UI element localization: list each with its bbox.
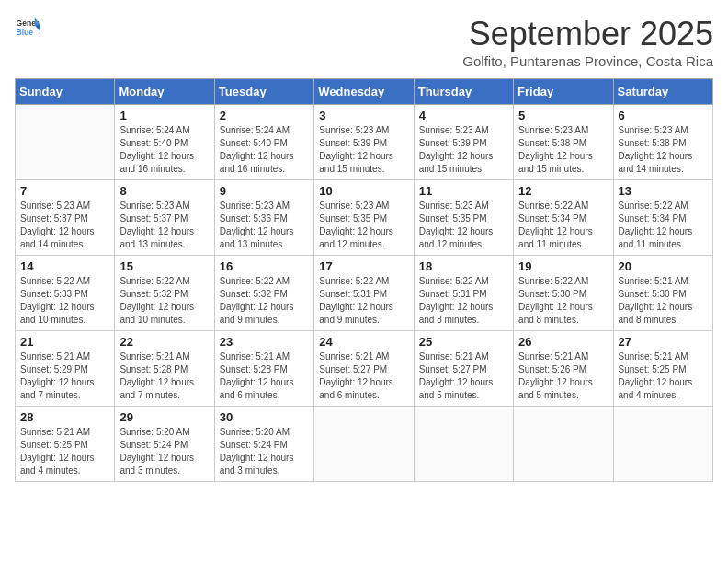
logo-icon: General Blue — [15, 15, 40, 40]
day-info: Sunrise: 5:23 AM Sunset: 5:39 PM Dayligh… — [319, 124, 408, 176]
calendar-cell: 2Sunrise: 5:24 AM Sunset: 5:40 PM Daylig… — [214, 105, 313, 180]
day-info: Sunrise: 5:21 AM Sunset: 5:28 PM Dayligh… — [119, 350, 209, 402]
calendar-week-4: 21Sunrise: 5:21 AM Sunset: 5:29 PM Dayli… — [16, 331, 713, 407]
day-number: 19 — [518, 259, 608, 273]
day-number: 24 — [319, 335, 408, 349]
calendar-cell: 26Sunrise: 5:21 AM Sunset: 5:26 PM Dayli… — [514, 331, 613, 407]
day-number: 11 — [419, 184, 508, 198]
calendar-table: SundayMondayTuesdayWednesdayThursdayFrid… — [15, 78, 713, 482]
page-header: General Blue September 2025 Golfito, Pun… — [15, 15, 713, 69]
calendar-cell: 5Sunrise: 5:23 AM Sunset: 5:38 PM Daylig… — [514, 105, 613, 180]
day-number: 8 — [119, 184, 209, 198]
day-info: Sunrise: 5:23 AM Sunset: 5:36 PM Dayligh… — [220, 200, 309, 251]
calendar-cell: 6Sunrise: 5:23 AM Sunset: 5:38 PM Daylig… — [613, 105, 712, 180]
calendar-cell — [514, 407, 613, 482]
day-info: Sunrise: 5:21 AM Sunset: 5:25 PM Dayligh… — [20, 426, 109, 477]
calendar-cell: 29Sunrise: 5:20 AM Sunset: 5:24 PM Dayli… — [115, 407, 214, 482]
day-number: 30 — [220, 410, 309, 424]
calendar-header-row: SundayMondayTuesdayWednesdayThursdayFrid… — [16, 79, 713, 105]
day-number: 26 — [518, 335, 608, 349]
calendar-cell: 30Sunrise: 5:20 AM Sunset: 5:24 PM Dayli… — [214, 407, 313, 482]
header-wednesday: Wednesday — [314, 79, 414, 105]
calendar-cell: 25Sunrise: 5:21 AM Sunset: 5:27 PM Dayli… — [414, 331, 513, 407]
day-info: Sunrise: 5:21 AM Sunset: 5:28 PM Dayligh… — [220, 350, 309, 402]
calendar-cell: 12Sunrise: 5:22 AM Sunset: 5:34 PM Dayli… — [514, 180, 613, 256]
logo: General Blue — [15, 15, 40, 40]
day-number: 5 — [518, 109, 608, 122]
title-area: September 2025 Golfito, Puntarenas Provi… — [462, 15, 713, 69]
header-saturday: Saturday — [613, 79, 712, 105]
day-info: Sunrise: 5:22 AM Sunset: 5:31 PM Dayligh… — [419, 275, 508, 327]
day-info: Sunrise: 5:24 AM Sunset: 5:40 PM Dayligh… — [119, 124, 209, 176]
subtitle: Golfito, Puntarenas Province, Costa Rica — [462, 53, 713, 69]
calendar-week-3: 14Sunrise: 5:22 AM Sunset: 5:33 PM Dayli… — [16, 256, 713, 331]
day-number: 18 — [419, 259, 508, 273]
day-info: Sunrise: 5:21 AM Sunset: 5:27 PM Dayligh… — [419, 350, 508, 402]
day-number: 14 — [20, 259, 109, 273]
day-number: 22 — [119, 335, 209, 349]
day-number: 10 — [319, 184, 408, 198]
calendar-cell: 21Sunrise: 5:21 AM Sunset: 5:29 PM Dayli… — [16, 331, 115, 407]
day-info: Sunrise: 5:23 AM Sunset: 5:39 PM Dayligh… — [419, 124, 508, 176]
calendar-cell: 14Sunrise: 5:22 AM Sunset: 5:33 PM Dayli… — [16, 256, 115, 331]
calendar-cell: 11Sunrise: 5:23 AM Sunset: 5:35 PM Dayli… — [414, 180, 513, 256]
calendar-cell: 20Sunrise: 5:21 AM Sunset: 5:30 PM Dayli… — [613, 256, 712, 331]
day-info: Sunrise: 5:23 AM Sunset: 5:37 PM Dayligh… — [119, 200, 209, 251]
day-info: Sunrise: 5:23 AM Sunset: 5:37 PM Dayligh… — [20, 200, 109, 251]
day-info: Sunrise: 5:23 AM Sunset: 5:35 PM Dayligh… — [419, 200, 508, 251]
day-info: Sunrise: 5:21 AM Sunset: 5:26 PM Dayligh… — [518, 350, 608, 402]
header-monday: Monday — [115, 79, 214, 105]
calendar-cell: 13Sunrise: 5:22 AM Sunset: 5:34 PM Dayli… — [613, 180, 712, 256]
header-sunday: Sunday — [16, 79, 115, 105]
calendar-cell: 18Sunrise: 5:22 AM Sunset: 5:31 PM Dayli… — [414, 256, 513, 331]
day-info: Sunrise: 5:21 AM Sunset: 5:29 PM Dayligh… — [20, 350, 109, 402]
day-number: 13 — [619, 184, 708, 198]
day-number: 3 — [319, 109, 408, 122]
calendar-cell: 4Sunrise: 5:23 AM Sunset: 5:39 PM Daylig… — [414, 105, 513, 180]
calendar-week-1: 1Sunrise: 5:24 AM Sunset: 5:40 PM Daylig… — [16, 105, 713, 180]
calendar-cell: 3Sunrise: 5:23 AM Sunset: 5:39 PM Daylig… — [314, 105, 414, 180]
day-number: 28 — [20, 410, 109, 424]
calendar-cell: 28Sunrise: 5:21 AM Sunset: 5:25 PM Dayli… — [16, 407, 115, 482]
calendar-cell: 9Sunrise: 5:23 AM Sunset: 5:36 PM Daylig… — [214, 180, 313, 256]
day-info: Sunrise: 5:23 AM Sunset: 5:38 PM Dayligh… — [518, 124, 608, 176]
calendar-cell — [414, 407, 513, 482]
day-info: Sunrise: 5:24 AM Sunset: 5:40 PM Dayligh… — [220, 124, 309, 176]
day-info: Sunrise: 5:22 AM Sunset: 5:30 PM Dayligh… — [518, 275, 608, 327]
day-info: Sunrise: 5:22 AM Sunset: 5:33 PM Dayligh… — [20, 275, 109, 327]
calendar-cell — [613, 407, 712, 482]
calendar-cell: 16Sunrise: 5:22 AM Sunset: 5:32 PM Dayli… — [214, 256, 313, 331]
calendar-cell: 24Sunrise: 5:21 AM Sunset: 5:27 PM Dayli… — [314, 331, 414, 407]
day-info: Sunrise: 5:23 AM Sunset: 5:35 PM Dayligh… — [319, 200, 408, 251]
svg-marker-3 — [35, 25, 40, 32]
day-info: Sunrise: 5:21 AM Sunset: 5:27 PM Dayligh… — [319, 350, 408, 402]
day-number: 23 — [220, 335, 309, 349]
day-number: 21 — [20, 335, 109, 349]
day-number: 15 — [119, 259, 209, 273]
calendar-cell: 19Sunrise: 5:22 AM Sunset: 5:30 PM Dayli… — [514, 256, 613, 331]
day-number: 7 — [20, 184, 109, 198]
month-title: September 2025 — [462, 15, 713, 53]
day-info: Sunrise: 5:22 AM Sunset: 5:34 PM Dayligh… — [518, 200, 608, 251]
calendar-cell: 23Sunrise: 5:21 AM Sunset: 5:28 PM Dayli… — [214, 331, 313, 407]
day-info: Sunrise: 5:21 AM Sunset: 5:25 PM Dayligh… — [619, 350, 708, 402]
day-number: 25 — [419, 335, 508, 349]
header-thursday: Thursday — [414, 79, 513, 105]
day-info: Sunrise: 5:22 AM Sunset: 5:34 PM Dayligh… — [619, 200, 708, 251]
day-info: Sunrise: 5:22 AM Sunset: 5:31 PM Dayligh… — [319, 275, 408, 327]
calendar-cell: 17Sunrise: 5:22 AM Sunset: 5:31 PM Dayli… — [314, 256, 414, 331]
day-number: 20 — [619, 259, 708, 273]
calendar-cell: 7Sunrise: 5:23 AM Sunset: 5:37 PM Daylig… — [16, 180, 115, 256]
day-info: Sunrise: 5:22 AM Sunset: 5:32 PM Dayligh… — [119, 275, 209, 327]
calendar-cell — [314, 407, 414, 482]
day-number: 27 — [619, 335, 708, 349]
day-info: Sunrise: 5:21 AM Sunset: 5:30 PM Dayligh… — [619, 275, 708, 327]
day-number: 6 — [619, 109, 708, 122]
day-info: Sunrise: 5:22 AM Sunset: 5:32 PM Dayligh… — [220, 275, 309, 327]
calendar-cell — [16, 105, 115, 180]
day-number: 4 — [419, 109, 508, 122]
calendar-cell: 10Sunrise: 5:23 AM Sunset: 5:35 PM Dayli… — [314, 180, 414, 256]
day-info: Sunrise: 5:20 AM Sunset: 5:24 PM Dayligh… — [119, 426, 209, 477]
calendar-cell: 15Sunrise: 5:22 AM Sunset: 5:32 PM Dayli… — [115, 256, 214, 331]
calendar-cell: 27Sunrise: 5:21 AM Sunset: 5:25 PM Dayli… — [613, 331, 712, 407]
